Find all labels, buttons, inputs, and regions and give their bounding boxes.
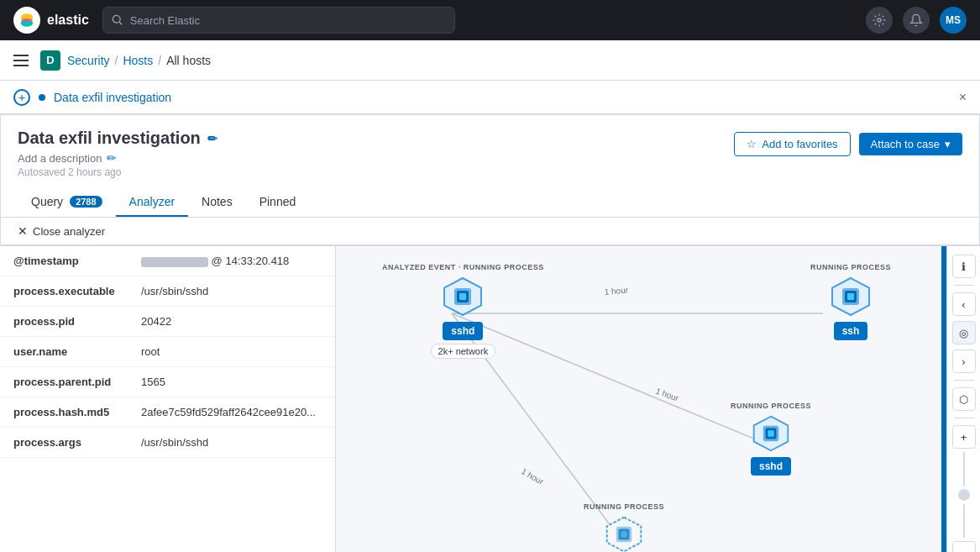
tab-notes-label: Notes: [202, 195, 233, 208]
tab-notes[interactable]: Notes: [188, 188, 246, 217]
timeline-panel: Data exfil investigation ✏ Add a descrip…: [0, 114, 980, 246]
graph-hexagon-button[interactable]: ⬡: [952, 387, 976, 411]
tab-query-badge: 2788: [70, 196, 102, 208]
field-label: process.parent.pid: [13, 376, 131, 388]
timeline-title-section: Data exfil investigation ✏ Add a descrip…: [18, 129, 217, 178]
timeline-description[interactable]: Add a description ✏: [18, 151, 217, 165]
breadcrumb-bar: D Security / Hosts / All hosts: [0, 40, 980, 81]
graph-zoom-in-button[interactable]: +: [952, 425, 976, 449]
node-bottom: RUNNING PROCESS sshd: [584, 502, 664, 552]
field-label: process.executable: [13, 285, 131, 297]
field-value: /usr/sbin/sshd: [141, 436, 208, 449]
graph-pan-right-button[interactable]: ›: [952, 350, 976, 373]
timeline-title-link[interactable]: Data exfil investigation: [54, 91, 171, 104]
timeline-actions: ☆ Add to favorites Attach to case ▾: [734, 132, 962, 156]
timeline-banner: + Data exfil investigation ×: [0, 81, 980, 114]
svg-rect-27: [621, 531, 626, 537]
timeline-autosave: Autosaved 2 hours ago: [18, 166, 217, 178]
hamburger-menu-button[interactable]: [13, 50, 34, 71]
attach-dropdown-icon: ▾: [945, 138, 951, 150]
close-x-icon: ✕: [18, 224, 28, 238]
graph-zoom-track-2: [963, 504, 965, 538]
close-analyzer-button[interactable]: ✕ Close analyzer: [18, 224, 105, 238]
elastic-wordmark: elastic: [47, 13, 89, 28]
field-row: process.args/usr/sbin/sshd: [0, 428, 335, 458]
favorites-label: Add to favorites: [762, 138, 837, 150]
field-value: 20422: [141, 315, 171, 328]
svg-line-4: [119, 22, 122, 24]
node-right-mid-btn[interactable]: sshd: [751, 457, 791, 476]
tab-query[interactable]: Query 2788: [18, 188, 116, 217]
svg-rect-23: [768, 430, 773, 436]
svg-rect-15: [459, 293, 466, 300]
field-row: process.hash.md52afee7c59fd529faff2642ce…: [0, 397, 335, 428]
field-row: process.executable/usr/sbin/sshd: [0, 276, 335, 307]
tab-query-label: Query: [31, 195, 63, 208]
field-value: root: [141, 345, 160, 358]
breadcrumb-current: All hosts: [166, 54, 211, 67]
svg-text:1 hour: 1 hour: [654, 386, 680, 403]
graph-info-button[interactable]: ℹ: [952, 255, 976, 278]
field-row: process.parent.pid1565: [0, 367, 335, 397]
settings-button[interactable]: [866, 7, 893, 34]
graph-zoom-out-button[interactable]: −: [952, 541, 976, 552]
node-right-mid: RUNNING PROCESS sshd: [731, 402, 811, 476]
field-label: process.args: [13, 436, 131, 449]
field-label: process.pid: [13, 315, 131, 328]
svg-point-5: [878, 18, 881, 22]
svg-text:1 hour: 1 hour: [604, 286, 629, 297]
graph-controls: ℹ ‹ ◎ › ⬡ + −: [946, 246, 980, 552]
node-bottom-hex-icon: [604, 514, 644, 552]
content-area: @timestamp @ 14:33:20.418process.executa…: [0, 246, 980, 552]
node-bottom-label: RUNNING PROCESS: [584, 502, 664, 511]
notifications-button[interactable]: [903, 7, 930, 34]
node-right-top-btn[interactable]: ssh: [834, 322, 868, 340]
field-value: @ 14:33:20.418: [141, 255, 289, 267]
tab-pinned[interactable]: Pinned: [246, 188, 310, 217]
graph-center-button[interactable]: ◎: [952, 321, 976, 344]
field-row: process.pid20422: [0, 307, 335, 337]
timeline-close-button[interactable]: ×: [959, 90, 967, 105]
node-right-top: RUNNING PROCESS ssh: [810, 263, 891, 340]
field-label: @timestamp: [13, 255, 131, 267]
tab-analyzer-label: Analyzer: [129, 195, 175, 208]
timeline-add-button[interactable]: +: [13, 89, 30, 106]
node-main-sub-badge: 2k+ network: [431, 344, 496, 359]
node-right-mid-label: RUNNING PROCESS: [731, 402, 811, 410]
tab-analyzer[interactable]: Analyzer: [116, 188, 188, 217]
graph-zoom-track: [963, 452, 965, 486]
star-icon: ☆: [747, 138, 757, 150]
tab-pinned-label: Pinned: [259, 195, 296, 208]
timeline-name: Data exfil investigation ✏: [18, 129, 217, 148]
graph-ctrl-separator-1: [954, 285, 974, 286]
timeline-header: Data exfil investigation ✏ Add a descrip…: [1, 115, 979, 178]
node-right-top-label: RUNNING PROCESS: [810, 263, 891, 271]
graph-zoom-knob[interactable]: [958, 489, 970, 501]
search-icon: [112, 14, 123, 26]
fields-panel: @timestamp @ 14:33:20.418process.executa…: [0, 246, 336, 552]
breadcrumb-security-link[interactable]: Security: [67, 54, 110, 67]
node-right-top-hex-icon: [829, 275, 873, 318]
node-main-btn[interactable]: sshd: [443, 322, 483, 340]
attach-to-case-button[interactable]: Attach to case ▾: [859, 133, 962, 155]
top-navigation: elastic Search Elastic MS: [0, 0, 980, 40]
add-to-favorites-button[interactable]: ☆ Add to favorites: [734, 132, 850, 156]
timeline-name-text: Data exfil investigation: [18, 129, 201, 148]
breadcrumb: Security / Hosts / All hosts: [67, 54, 211, 67]
node-main-hex-icon: [441, 275, 485, 318]
analyzer-graph-panel: 1 hour 1 hour 1 hour ANALYZED EVENT · RU…: [336, 246, 980, 552]
field-value: 2afee7c59fd529faff2642cee91e20...: [141, 406, 316, 418]
svg-rect-19: [847, 293, 854, 300]
user-avatar[interactable]: MS: [940, 7, 967, 34]
nav-right-section: MS: [866, 7, 967, 34]
search-bar[interactable]: Search Elastic: [102, 7, 455, 34]
close-analyzer-label: Close analyzer: [33, 225, 105, 238]
timeline-edit-icon[interactable]: ✏: [207, 132, 217, 145]
breadcrumb-hosts-link[interactable]: Hosts: [123, 54, 153, 67]
search-placeholder: Search Elastic: [130, 14, 200, 27]
graph-area: 1 hour 1 hour 1 hour ANALYZED EVENT · RU…: [336, 246, 980, 552]
timeline-desc-edit-icon[interactable]: ✏: [107, 151, 117, 165]
graph-pan-left-button[interactable]: ‹: [952, 292, 976, 316]
elastic-logo[interactable]: elastic: [13, 7, 89, 34]
timeline-active-dot: [39, 94, 45, 101]
